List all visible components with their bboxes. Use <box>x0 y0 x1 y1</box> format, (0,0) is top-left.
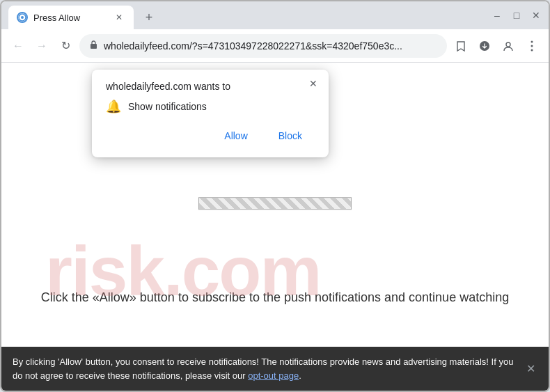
menu-button[interactable] <box>522 36 542 56</box>
svg-point-6 <box>531 45 533 47</box>
dialog-title: wholedailyfeed.com wants to <box>106 81 315 92</box>
svg-point-4 <box>506 42 510 47</box>
lock-icon <box>89 40 98 52</box>
dialog-actions: Allow Block <box>106 125 315 146</box>
forward-button[interactable]: → <box>32 36 52 56</box>
url-actions <box>451 36 542 56</box>
reload-button[interactable]: ↻ <box>56 36 75 56</box>
svg-point-7 <box>531 49 533 51</box>
title-bar: Press Allow ✕ + – □ ✕ <box>1 1 549 29</box>
window-controls: – □ ✕ <box>492 10 542 25</box>
url-text: wholedailyfeed.com/?s=473103497228022271… <box>104 40 437 52</box>
watermark-bottom: risk.com <box>38 226 512 312</box>
address-bar: ← → ↻ wholedailyfeed.com/?s=473103497228… <box>1 29 549 63</box>
bottom-bar-suffix: . <box>299 370 301 381</box>
tab-close-button[interactable]: ✕ <box>113 11 125 24</box>
block-button[interactable]: Block <box>266 125 315 146</box>
url-bar[interactable]: wholedailyfeed.com/?s=473103497228022271… <box>79 34 447 58</box>
browser-window: Press Allow ✕ + – □ ✕ ← → ↻ wholedailyfe… <box>0 0 550 392</box>
svg-text:risk.com: risk.com <box>45 232 320 309</box>
tab-favicon <box>17 12 28 23</box>
progress-bar <box>198 197 352 210</box>
new-tab-button[interactable]: + <box>139 8 159 27</box>
bell-icon: 🔔 <box>106 99 121 114</box>
svg-rect-2 <box>91 44 97 49</box>
browser-tab[interactable]: Press Allow ✕ <box>8 6 134 29</box>
bottom-bar-close-button[interactable]: ✕ <box>522 361 539 377</box>
svg-point-1 <box>21 16 24 19</box>
download-icon[interactable] <box>475 36 494 56</box>
close-button[interactable]: ✕ <box>531 10 542 21</box>
minimize-button[interactable]: – <box>492 10 503 21</box>
profile-button[interactable] <box>498 36 518 56</box>
page-content: wholedailyfeed.com wants to ✕ 🔔 Show not… <box>1 63 549 391</box>
notification-dialog: wholedailyfeed.com wants to ✕ 🔔 Show not… <box>92 70 329 157</box>
dialog-feature: 🔔 Show notifications <box>106 99 315 114</box>
bookmark-button[interactable] <box>451 36 471 56</box>
maximize-button[interactable]: □ <box>511 10 522 21</box>
feature-label: Show notifications <box>128 101 207 112</box>
back-button[interactable]: ← <box>8 36 28 56</box>
bottom-notification-bar: By clicking 'Allow' button, you consent … <box>1 347 549 391</box>
tab-title: Press Allow <box>33 13 107 23</box>
svg-point-5 <box>531 40 533 42</box>
opt-out-link[interactable]: opt-out page <box>248 370 299 381</box>
allow-button[interactable]: Allow <box>212 125 260 146</box>
dialog-close-button[interactable]: ✕ <box>306 77 320 91</box>
